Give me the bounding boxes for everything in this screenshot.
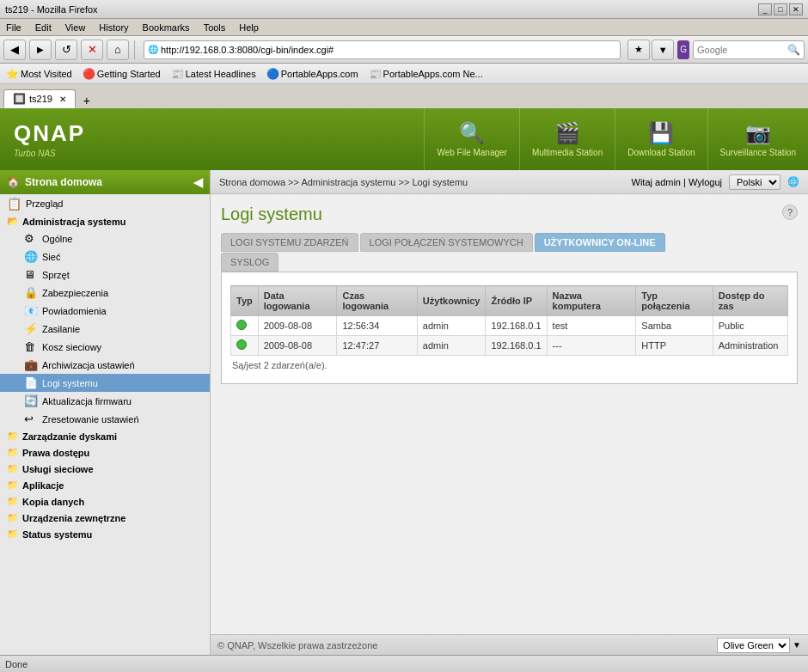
col-komputer: Nazwa komputera (547, 286, 636, 316)
reload-button[interactable]: ↺ (55, 40, 77, 60)
forward-button[interactable]: ▶ (29, 40, 52, 60)
bookmark-latest-headlines[interactable]: 📰 Latest Headlines (168, 67, 259, 81)
browser-statusbar: Done (0, 655, 808, 672)
menu-history[interactable]: History (96, 21, 131, 34)
sidebar-group-kopia[interactable]: 📁 Kopia danych (0, 493, 210, 510)
new-tab-button[interactable]: + (78, 93, 95, 108)
menu-bookmarks[interactable]: Bookmarks (140, 21, 193, 34)
sidebar-group-prawa[interactable]: 📁 Prawa dostępu (0, 444, 210, 461)
folder-icon: 📂 (7, 216, 19, 227)
home-button[interactable]: ⌂ (107, 40, 129, 60)
menu-edit[interactable]: Edit (33, 21, 54, 34)
qnap-logo: QNAP (14, 120, 124, 147)
table-row: 2009-08-08 12:47:27 admin 192.168.0.1 --… (231, 336, 788, 356)
bookmark-most-visited[interactable]: ⭐ Most Visited (3, 67, 75, 81)
bookmark-button[interactable]: ▼ (652, 40, 674, 60)
cell-komputer-2: --- (547, 336, 636, 356)
breadcrumb-text: Strona domowa >> Administracja systemu >… (219, 177, 468, 187)
maximize-button[interactable]: □ (774, 3, 787, 15)
search-bar: 🔍 (693, 40, 805, 59)
footer-theme: Olive Green ▼ (717, 638, 801, 653)
menu-help[interactable]: Help (236, 21, 261, 34)
address-bar: 🌐 (144, 40, 621, 59)
search-icon[interactable]: 🔍 (787, 44, 800, 56)
menu-view[interactable]: View (63, 21, 89, 34)
col-dostep: Dostęp do zas (713, 286, 787, 316)
stop-button[interactable]: ✕ (81, 40, 103, 60)
nav-surveillance-station[interactable]: 📷 Surveillance Station (707, 108, 808, 170)
content-wrapper: 🏠 Strona domowa ◀ 📋 Przegląd 📂 Administr… (0, 170, 808, 655)
theme-selector[interactable]: Olive Green (717, 638, 790, 653)
sidebar-item-archiwizacja[interactable]: 💼 Archiwizacja ustawień (0, 356, 210, 374)
nav-multimedia-station[interactable]: 🎬 Multimedia Station (519, 108, 615, 170)
qnap-header: QNAP Turbo NAS 🔍 Web File Manager 🎬 Mult… (0, 108, 808, 170)
sidebar-group-dyski[interactable]: 📁 Zarządzanie dyskami (0, 428, 210, 444)
web-file-manager-icon: 🔍 (459, 121, 485, 145)
folder-aplikacje-icon: 📁 (7, 480, 19, 491)
col-czas: Czas logowania (337, 286, 417, 316)
cell-polaczenie-1: Samba (636, 316, 713, 336)
back-button[interactable]: ◀ (3, 40, 26, 60)
cell-komputer-1: test (547, 316, 636, 336)
sidebar-group-uslugi[interactable]: 📁 Usługi sieciowe (0, 461, 210, 477)
theme-dropdown-icon[interactable]: ▼ (793, 640, 801, 650)
search-input[interactable] (697, 45, 787, 55)
sidebar-item-zasilanie[interactable]: ⚡ Zasilanie (0, 320, 210, 338)
sidebar-group-admin[interactable]: 📂 Administracja systemu (0, 213, 210, 229)
tab-close-icon[interactable]: ✕ (59, 95, 66, 104)
star-button[interactable]: ★ (627, 40, 650, 60)
sidebar-item-siec[interactable]: 🌐 Sieć (0, 247, 210, 266)
sidebar-item-sprzet[interactable]: 🖥 Sprzęt (0, 266, 210, 284)
sidebar-item-powiadomienia[interactable]: 📧 Powiadomienia (0, 302, 210, 320)
menu-tools[interactable]: Tools (201, 21, 229, 34)
sidebar-item-kosz[interactable]: 🗑 Kosz sieciowy (0, 338, 210, 356)
sidebar-item-przeglad[interactable]: 📋 Przegląd (0, 194, 210, 213)
cell-user-1: admin (417, 316, 486, 336)
tab-syslog[interactable]: SYSLOG (221, 253, 279, 272)
bookmark-getting-started[interactable]: 🔴 Getting Started (80, 67, 163, 81)
qnap-subtitle: Turbo NAS (14, 149, 124, 158)
sidebar-toggle-button[interactable]: ◀ (193, 175, 203, 189)
sidebar-item-zabezpieczenia[interactable]: 🔒 Zabezpieczenia (0, 284, 210, 302)
folder-status-icon: 📁 (7, 528, 19, 540)
folder-uslugi-icon: 📁 (7, 463, 19, 474)
browser-title: ts219 - Mozilla Firefox (5, 4, 98, 15)
sidebar-group-status[interactable]: 📁 Status systemu (0, 526, 210, 542)
sidebar-item-reset[interactable]: ↩ Zresetowanie ustawień (0, 410, 210, 428)
cell-data-1: 2009-08-08 (258, 316, 337, 336)
url-input[interactable] (161, 45, 616, 55)
sidebar-item-aktualizacja[interactable]: 🔄 Aktualizacja firmwaru (0, 392, 210, 410)
sidebar-group-aplikacje[interactable]: 📁 Aplikacje (0, 477, 210, 493)
tab-logi-zdarzen[interactable]: LOGI SYSTEMU ZDARZEŃ (221, 233, 358, 252)
window-controls[interactable]: _ □ ✕ (758, 3, 803, 15)
minimize-button[interactable]: _ (758, 3, 772, 15)
language-selector[interactable]: Polski (729, 174, 780, 190)
browser-tab-ts219[interactable]: 🔲 ts219 ✕ (3, 89, 76, 108)
toolbar-separator (134, 40, 135, 59)
sidebar-item-ogolne[interactable]: ⚙ Ogólne (0, 229, 210, 247)
ogolne-icon: ⚙ (24, 232, 38, 245)
main-breadcrumb: Strona domowa >> Administracja systemu >… (211, 170, 808, 194)
globe-icon: 🌐 (787, 176, 799, 187)
tab-bar: 🔲 ts219 ✕ + (0, 84, 808, 108)
sidebar-item-logi[interactable]: 📄 Logi systemu (0, 374, 210, 392)
nav-download-station[interactable]: 💾 Download Station (615, 108, 707, 170)
getting-started-icon: 🔴 (83, 68, 95, 80)
tab-logi-polaczen[interactable]: LOGI POŁĄCZEŃ SYSTEMOWYCH (360, 233, 533, 252)
tab-uzytkownicy-online[interactable]: UŻYTKOWNICY ON-LINE (535, 233, 665, 252)
tab-panel: LOGI SYSTEMU ZDARZEŃ LOGI POŁĄCZEŃ SYSTE… (221, 233, 798, 272)
bookmark-portableapps-ne[interactable]: 📰 PortableApps.com Ne... (366, 67, 486, 81)
sidebar-group-urzadzenia[interactable]: 📁 Urządzenia zewnętrzne (0, 510, 210, 526)
menu-file[interactable]: File (3, 21, 24, 34)
help-icon-button[interactable]: ? (782, 205, 798, 220)
app-footer: © QNAP, Wszelkie prawa zastrzeżone Olive… (211, 634, 808, 655)
page-title: Logi systemu (221, 205, 322, 224)
portableapps-ne-icon: 📰 (369, 68, 382, 80)
nav-web-file-manager[interactable]: 🔍 Web File Manager (424, 108, 519, 170)
user-info: Witaj admin | Wyloguj (632, 177, 722, 187)
kosz-icon: 🗑 (24, 340, 38, 353)
footer-copyright: © QNAP, Wszelkie prawa zastrzeżone (217, 640, 377, 651)
close-button[interactable]: ✕ (789, 3, 803, 15)
cell-polaczenie-2: HTTP (636, 336, 713, 356)
bookmark-portableapps[interactable]: 🔵 PortableApps.com (264, 67, 361, 81)
